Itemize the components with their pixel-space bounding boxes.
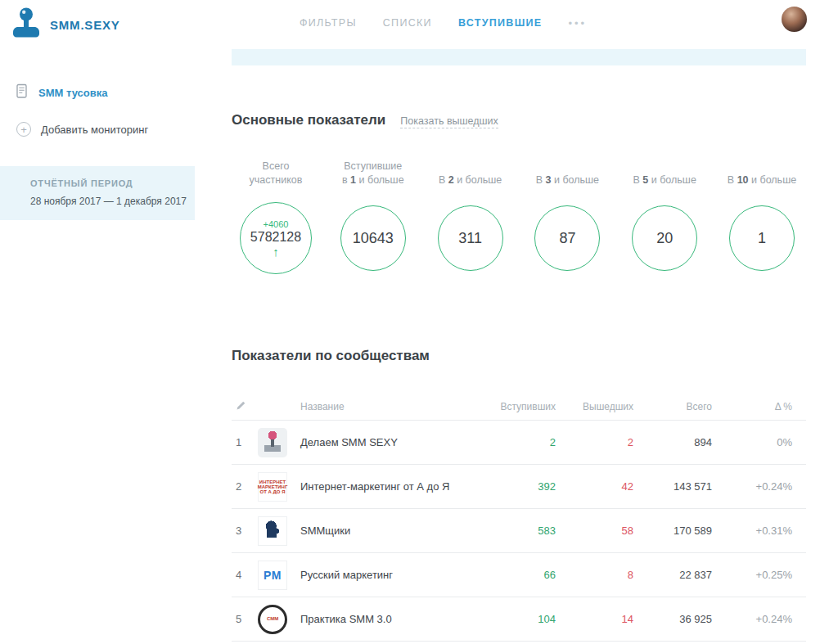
stat-circle: 1 ↑ <box>729 205 795 271</box>
stat-label: В 10 и больше <box>728 158 796 187</box>
stat-label-line2: В 3 и больше <box>536 173 599 187</box>
stat-label: Вступившие в 1 и больше <box>342 158 404 187</box>
up-arrow-icon: ↑ <box>273 245 279 258</box>
header-total: Всего <box>633 401 712 412</box>
delta-percent: 0% <box>712 436 792 448</box>
stat-value: 1 <box>758 230 766 247</box>
stat-circle: 87 ↑ <box>534 205 600 271</box>
stat-circle: +4060 5782128 ↑ <box>240 202 312 274</box>
header-delta: Δ % <box>712 401 792 412</box>
stat-circle: 20 ↑ <box>632 205 697 271</box>
stats-row: Всего участников +4060 5782128 ↑ Вступив… <box>232 158 806 274</box>
stat-label-line2: В 2 и больше <box>439 173 502 187</box>
nav-item[interactable]: ВСТУПИВШИЕ <box>458 17 543 29</box>
joined-count: 583 <box>474 525 556 537</box>
show-left-link[interactable]: Показать вышедших <box>400 115 498 128</box>
community-name[interactable]: Практика SMM 3.0 <box>300 613 474 625</box>
plus-circle-icon: + <box>16 122 31 137</box>
nav-item[interactable]: СПИСКИ <box>383 17 432 29</box>
stat-delta: +4060 <box>264 219 289 229</box>
community-name[interactable]: Делаем SMM SEXY <box>300 436 474 448</box>
row-index: 4 <box>232 569 251 581</box>
total-count: 36 925 <box>633 613 712 625</box>
total-count: 22 837 <box>633 569 712 581</box>
table-row[interactable]: 2 ИНТЕРНЕТ МАРКЕТИНГ ОТ А ДО Я Интернет-… <box>232 465 806 509</box>
communities-title: Показатели по сообществам <box>232 348 806 364</box>
report-period-box: ОТЧЁТНЫЙ ПЕРИОД 28 ноября 2017 — 1 декаб… <box>0 166 195 220</box>
table-header-row: Название Вступивших Вышедших Всего Δ % <box>232 393 806 421</box>
more-menu-icon[interactable]: ••• <box>568 17 587 29</box>
joystick-logo-icon <box>11 7 41 43</box>
pencil-icon <box>232 400 251 413</box>
stat-label-line2: в 1 и больше <box>342 173 404 187</box>
stat-circle: 10643 ↑ <box>340 205 406 271</box>
community-avatar <box>258 516 287 546</box>
stat-circle-group: В 5 и больше 20 ↑ <box>620 158 709 274</box>
brand-name: SMM.SEXY <box>50 18 120 32</box>
metrics-title: Основные показатели <box>232 112 385 128</box>
stat-circle-group: Вступившие в 1 и больше 10643 ↑ <box>329 158 417 274</box>
left-count: 2 <box>556 436 633 448</box>
left-count: 42 <box>556 480 633 493</box>
stat-value: 311 <box>458 230 482 247</box>
stat-label-line2: В 5 и больше <box>633 173 696 187</box>
stat-circle: 311 ↑ <box>438 205 503 271</box>
row-index: 2 <box>232 480 251 493</box>
community-name[interactable]: SMMщики <box>300 525 474 537</box>
delta-percent: +0.24% <box>712 613 792 625</box>
sidebar-item-monitoring[interactable]: SMM тусовка <box>0 74 195 112</box>
stat-label-line1: Всего <box>263 160 290 173</box>
joined-count: 66 <box>474 569 556 581</box>
stat-label-line2: участников <box>250 173 303 187</box>
stat-label: Всего участников <box>250 158 303 187</box>
main-content: Основные показатели Показать вышедших Вс… <box>232 46 806 642</box>
community-name[interactable]: Интернет-маркетинг от А до Я <box>300 480 474 493</box>
total-count: 143 571 <box>633 480 712 493</box>
stat-value: 87 <box>559 230 575 247</box>
table-row[interactable]: 1 Делаем SMM SEXY 2 2 894 0% <box>232 421 806 465</box>
community-avatar: РМ <box>258 561 287 590</box>
joined-count: 2 <box>474 436 556 448</box>
notification-strip <box>232 49 806 65</box>
delta-percent: +0.31% <box>712 525 792 537</box>
stat-circle-group: В 10 и больше 1 ↑ <box>718 158 806 274</box>
left-count: 58 <box>556 525 633 537</box>
stat-label-line2: В 10 и больше <box>728 173 796 187</box>
stat-label: В 3 и больше <box>536 158 599 187</box>
brand[interactable]: SMM.SEXY <box>11 7 120 43</box>
stat-circle-group: Всего участников +4060 5782128 ↑ <box>232 158 320 274</box>
row-index: 3 <box>232 525 251 537</box>
community-name[interactable]: Русский маркетинг <box>300 569 474 581</box>
delta-percent: +0.24% <box>712 480 792 493</box>
row-index: 1 <box>232 436 251 448</box>
stat-label: В 2 и больше <box>439 158 502 187</box>
left-count: 8 <box>556 569 633 581</box>
communities-table: Название Вступивших Вышедших Всего Δ % 1… <box>232 393 806 642</box>
stat-value: 10643 <box>353 230 394 247</box>
row-index: 5 <box>232 613 251 625</box>
header-left: Вышедших <box>556 401 633 412</box>
community-avatar: ИНТЕРНЕТ МАРКЕТИНГ ОТ А ДО Я <box>258 472 287 502</box>
page: SMM.SEXY ФИЛЬТРЫ СПИСКИ ВСТУПИВШИЕ ••• S… <box>0 0 838 644</box>
sidebar-item-label: Добавить мониторинг <box>41 124 148 136</box>
total-count: 170 589 <box>633 525 712 537</box>
stat-value: 20 <box>656 230 673 247</box>
stat-label-line1: Вступившие <box>344 160 402 173</box>
community-avatar <box>258 428 287 457</box>
left-count: 14 <box>556 613 633 625</box>
community-avatar: СММ <box>258 605 287 634</box>
table-row[interactable]: 5 СММ Практика SMM 3.0 104 14 36 925 +0.… <box>232 597 806 642</box>
report-period-title: ОТЧЁТНЫЙ ПЕРИОД <box>30 178 182 188</box>
report-period-range: 28 ноября 2017 — 1 декабря 2017 <box>30 196 182 207</box>
sidebar-item-label: SMM тусовка <box>38 87 107 99</box>
nav-item[interactable]: ФИЛЬТРЫ <box>300 17 357 29</box>
table-row[interactable]: 4 РМ Русский маркетинг 66 8 22 837 +0.25… <box>232 553 806 597</box>
total-count: 894 <box>633 436 712 448</box>
user-avatar[interactable] <box>782 7 807 32</box>
joined-count: 392 <box>474 480 556 493</box>
main-nav: ФИЛЬТРЫ СПИСКИ ВСТУПИВШИЕ ••• <box>300 0 587 46</box>
table-row[interactable]: 3 SMMщики 583 58 170 589 +0.31% <box>232 509 806 553</box>
header-name: Название <box>300 401 474 412</box>
sidebar-item-add-monitoring[interactable]: + Добавить мониторинг <box>0 112 195 146</box>
stat-circle-group: В 3 и больше 87 ↑ <box>523 158 611 274</box>
